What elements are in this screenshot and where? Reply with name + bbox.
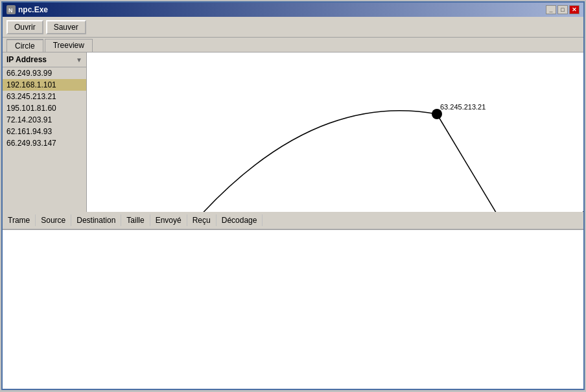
list-item[interactable]: 192.168.1.101 xyxy=(3,79,86,91)
col-source: Source xyxy=(36,214,71,226)
list-item[interactable]: 62.161.94.93 xyxy=(3,126,86,137)
edge xyxy=(198,111,437,212)
col-envoye: Envoyé xyxy=(150,214,187,226)
list-item[interactable]: 66.249.93.99 xyxy=(3,67,86,79)
open-button[interactable]: Ouvrir xyxy=(6,20,43,34)
ip-list: 66.249.93.99 192.168.1.101 63.245.213.21… xyxy=(3,67,86,212)
toolbar: Ouvrir Sauver xyxy=(3,17,583,38)
tab-treeview[interactable]: Treeview xyxy=(45,39,93,52)
node-label: 63.245.213.21 xyxy=(440,103,486,111)
col-decodage: Décodage xyxy=(217,214,263,226)
app-icon: N xyxy=(6,5,16,14)
title-bar-left: N npc.Exe xyxy=(6,5,48,14)
title-bar: N npc.Exe _ □ ✕ xyxy=(3,3,583,17)
sidebar-header: IP Address ▼ xyxy=(3,52,86,67)
network-graph: 63.245.213.21 195.101.81.60 66.249.93.99… xyxy=(87,52,583,212)
sidebar-sort-icon: ▼ xyxy=(76,56,82,63)
svg-text:N: N xyxy=(8,7,13,14)
col-taille: Taille xyxy=(121,214,150,226)
col-destination: Destination xyxy=(71,214,121,226)
bottom-data-area xyxy=(3,229,583,389)
edge xyxy=(437,114,534,212)
sidebar-header-label: IP Address xyxy=(6,55,47,64)
col-recu: Reçu xyxy=(187,214,217,226)
tabs-row: Circle Treeview xyxy=(3,38,583,52)
list-item[interactable]: 63.245.213.21 xyxy=(3,91,86,102)
list-item[interactable]: 66.249.93.147 xyxy=(3,137,86,149)
graph-area: 63.245.213.21 195.101.81.60 66.249.93.99… xyxy=(87,52,583,212)
sidebar: IP Address ▼ 66.249.93.99 192.168.1.101 … xyxy=(3,52,87,212)
close-button[interactable]: ✕ xyxy=(569,5,580,14)
title-bar-buttons: _ □ ✕ xyxy=(546,5,580,14)
main-area: IP Address ▼ 66.249.93.99 192.168.1.101 … xyxy=(3,52,583,212)
minimize-button[interactable]: _ xyxy=(546,5,556,14)
col-trame: Trame xyxy=(8,214,36,226)
maximize-button[interactable]: □ xyxy=(557,5,568,14)
list-item[interactable]: 72.14.203.91 xyxy=(3,114,86,126)
save-button[interactable]: Sauver xyxy=(46,20,86,34)
main-window: N npc.Exe _ □ ✕ Ouvrir Sauver Circle Tre… xyxy=(1,1,585,390)
tab-circle[interactable]: Circle xyxy=(6,39,43,52)
bottom-table-headers: Trame Source Destination Taille Envoyé R… xyxy=(3,212,583,229)
edge xyxy=(534,166,583,212)
window-title: npc.Exe xyxy=(18,5,48,14)
list-item[interactable]: 195.101.81.60 xyxy=(3,102,86,114)
